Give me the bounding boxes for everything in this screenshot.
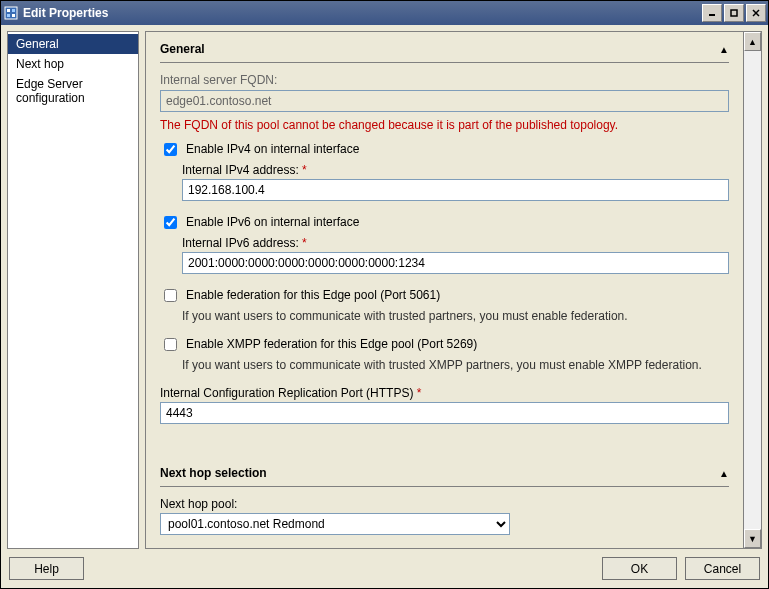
ipv6-addr-input[interactable] (182, 252, 729, 274)
federation-checkbox-label: Enable federation for this Edge pool (Po… (186, 288, 440, 302)
fqdn-label: Internal server FQDN: (160, 73, 729, 87)
fqdn-row: Internal server FQDN: The FQDN of this p… (160, 73, 729, 132)
close-button[interactable] (746, 4, 766, 22)
titlebar: Edit Properties (1, 1, 768, 25)
svg-rect-0 (5, 7, 17, 19)
xmpp-group: Enable XMPP federation for this Edge poo… (160, 337, 729, 372)
scroll-down-icon[interactable]: ▼ (744, 529, 761, 548)
sidebar: General Next hop Edge Server configurati… (7, 31, 139, 549)
ipv6-checkbox-row[interactable]: Enable IPv6 on internal interface (160, 215, 729, 232)
ipv4-addr-input[interactable] (182, 179, 729, 201)
federation-note: If you want users to communicate with tr… (182, 309, 729, 323)
federation-checkbox[interactable] (164, 289, 177, 302)
ok-button[interactable]: OK (602, 557, 677, 580)
ipv6-addr-block: Internal IPv6 address: * (182, 236, 729, 274)
repl-port-group: Internal Configuration Replication Port … (160, 386, 729, 424)
app-icon (3, 5, 19, 21)
svg-rect-4 (12, 14, 15, 17)
maximize-button[interactable] (724, 4, 744, 22)
ipv4-group: Enable IPv4 on internal interface Intern… (160, 142, 729, 201)
ipv6-checkbox-label: Enable IPv6 on internal interface (186, 215, 359, 229)
edit-properties-window: Edit Properties General Next hop Edge Se… (0, 0, 769, 589)
svg-rect-6 (731, 10, 737, 16)
fqdn-warning: The FQDN of this pool cannot be changed … (160, 118, 729, 132)
ipv4-checkbox-label: Enable IPv4 on internal interface (186, 142, 359, 156)
ipv6-group: Enable IPv6 on internal interface Intern… (160, 215, 729, 274)
svg-rect-3 (7, 14, 10, 17)
repl-port-input[interactable] (160, 402, 729, 424)
repl-port-label: Internal Configuration Replication Port … (160, 386, 729, 400)
svg-rect-1 (7, 9, 10, 12)
svg-rect-2 (12, 9, 15, 12)
section-header-general[interactable]: General ▲ (160, 32, 729, 63)
section-title-nexthop: Next hop selection (160, 466, 719, 480)
xmpp-checkbox[interactable] (164, 338, 177, 351)
section-header-nexthop[interactable]: Next hop selection ▲ (160, 456, 729, 487)
collapse-icon: ▲ (719, 468, 729, 479)
scroll-track[interactable] (744, 51, 761, 529)
sidebar-item-general[interactable]: General (8, 34, 138, 54)
main-area: General Next hop Edge Server configurati… (7, 31, 762, 549)
ipv4-addr-block: Internal IPv4 address: * (182, 163, 729, 201)
window-title: Edit Properties (23, 6, 702, 20)
ipv4-addr-label: Internal IPv4 address: * (182, 163, 729, 177)
footer-spacer (92, 557, 594, 580)
footer: Help OK Cancel (7, 555, 762, 582)
section-title-general: General (160, 42, 719, 56)
ipv4-checkbox-row[interactable]: Enable IPv4 on internal interface (160, 142, 729, 159)
minimize-button[interactable] (702, 4, 722, 22)
nexthop-pool-select[interactable]: pool01.contoso.net Redmond (160, 513, 510, 535)
cancel-button[interactable]: Cancel (685, 557, 760, 580)
sidebar-item-next-hop[interactable]: Next hop (8, 54, 138, 74)
sidebar-item-edge-server-config[interactable]: Edge Server configuration (8, 74, 138, 108)
window-body: General Next hop Edge Server configurati… (1, 25, 768, 588)
window-buttons (702, 4, 766, 22)
ipv6-addr-label: Internal IPv6 address: * (182, 236, 729, 250)
ipv4-checkbox[interactable] (164, 143, 177, 156)
vertical-scrollbar[interactable]: ▲ ▼ (744, 31, 762, 549)
ipv6-checkbox[interactable] (164, 216, 177, 229)
scroll-up-icon[interactable]: ▲ (744, 32, 761, 51)
nexthop-pool-row: Next hop pool: pool01.contoso.net Redmon… (160, 497, 729, 535)
federation-group: Enable federation for this Edge pool (Po… (160, 288, 729, 323)
xmpp-note: If you want users to communicate with tr… (182, 358, 729, 372)
xmpp-checkbox-row[interactable]: Enable XMPP federation for this Edge poo… (160, 337, 729, 354)
content-wrap: General ▲ Internal server FQDN: The FQDN… (145, 31, 762, 549)
collapse-icon: ▲ (719, 44, 729, 55)
federation-checkbox-row[interactable]: Enable federation for this Edge pool (Po… (160, 288, 729, 305)
content-panel: General ▲ Internal server FQDN: The FQDN… (145, 31, 744, 549)
fqdn-input (160, 90, 729, 112)
help-button[interactable]: Help (9, 557, 84, 580)
nexthop-pool-label: Next hop pool: (160, 497, 729, 511)
xmpp-checkbox-label: Enable XMPP federation for this Edge poo… (186, 337, 477, 351)
